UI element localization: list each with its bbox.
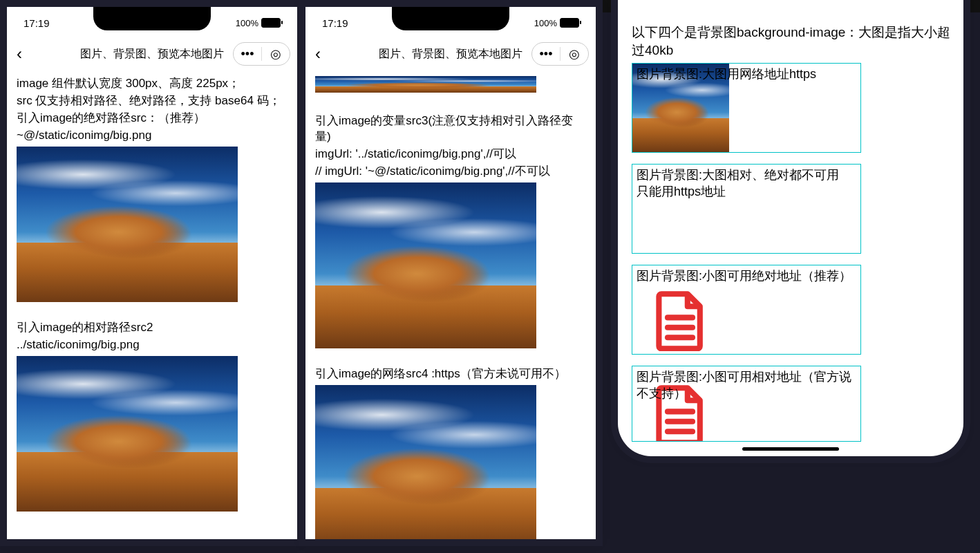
bg-box-small-relative: 图片背景图:小图可用相对地址（官方说不支持） xyxy=(632,366,861,442)
text-line: 引入image的变量src3(注意仅支持相对引入路径变量) xyxy=(315,113,586,145)
document-icon xyxy=(649,289,711,351)
device-notch xyxy=(93,7,211,30)
phone-preview-1: 17:19 100% ‹ 图片、背景图、预览本地图片 ••• ◎ image 组… xyxy=(7,7,297,539)
demo-image-network xyxy=(315,385,536,539)
text-line: src 仅支持相对路径、绝对路径，支持 base64 码； xyxy=(17,93,288,109)
phone-preview-3: 以下四个是背景图background-image：大图是指大小超过40kb 图片… xyxy=(618,0,963,456)
nav-bar: ‹ 图片、背景图、预览本地图片 ••• ◎ xyxy=(7,39,297,69)
close-target-icon[interactable]: ◎ xyxy=(560,46,588,62)
device-notch xyxy=(392,7,509,30)
bg-box-label: 图片背景图:大图相对、绝对都不可用 只能用https地址 xyxy=(632,165,860,200)
page-content: 以下四个是背景图background-image：大图是指大小超过40kb 图片… xyxy=(618,0,963,456)
page-content: image 组件默认宽度 300px、高度 225px； src 仅支持相对路径… xyxy=(7,69,297,539)
status-time: 17:19 xyxy=(23,17,50,29)
bg-box-label: 图片背景图:小图可用绝对地址（推荐） xyxy=(632,265,860,284)
bg-box-large-local: 图片背景图:大图相对、绝对都不可用 只能用https地址 xyxy=(632,164,861,254)
back-icon[interactable]: ‹ xyxy=(315,46,321,62)
bg-box-label: 图片背景图:大图用网络地址https xyxy=(632,64,860,82)
demo-image-absolute xyxy=(17,147,238,302)
status-battery-pct: 100% xyxy=(236,18,258,28)
demo-image-variable xyxy=(315,182,536,348)
close-target-icon[interactable]: ◎ xyxy=(262,46,290,62)
battery-icon xyxy=(560,18,579,28)
more-icon[interactable]: ••• xyxy=(532,47,560,62)
bg-box-label-line: 图片背景图:大图相对、绝对都不可用 xyxy=(637,168,839,182)
bg-box-large-https: 图片背景图:大图用网络地址https xyxy=(632,63,861,153)
battery-icon xyxy=(261,18,281,28)
bg-intro-text: 以下四个是背景图background-image：大图是指大小超过40kb xyxy=(632,24,957,59)
demo-image-relative xyxy=(17,356,238,512)
miniapp-capsule: ••• ◎ xyxy=(233,42,290,66)
bg-box-small-absolute: 图片背景图:小图可用绝对地址（推荐） xyxy=(632,265,861,355)
back-icon[interactable]: ‹ xyxy=(17,46,22,62)
page-title: 图片、背景图、预览本地图片 xyxy=(379,47,522,62)
text-line: imgUrl: '../static/iconimg/big.png',//可以 xyxy=(315,147,586,162)
nav-bar: ‹ 图片、背景图、预览本地图片 ••• ◎ xyxy=(305,39,596,69)
bg-box-label-line: 只能用https地址 xyxy=(637,185,726,198)
text-line: ~@/static/iconimg/big.png xyxy=(17,128,288,144)
phone-preview-2: 17:19 100% ‹ 图片、背景图、预览本地图片 ••• ◎ 引入image… xyxy=(305,7,596,539)
text-line: 引入image的网络src4 :https（官方未说可用不） xyxy=(315,366,586,382)
text-line: 引入image的相对路径src2 xyxy=(17,320,288,336)
text-line: 引入image的绝对路径src：（推荐） xyxy=(17,111,288,126)
demo-image-strip xyxy=(315,76,536,93)
text-line: // imgUrl: '~@/static/iconimg/big.png',/… xyxy=(315,164,586,180)
status-battery-pct: 100% xyxy=(534,18,557,28)
status-time: 17:19 xyxy=(322,17,348,29)
more-icon[interactable]: ••• xyxy=(234,47,261,62)
bg-box-label: 图片背景图:小图可用相对地址（官方说不支持） xyxy=(632,366,860,402)
home-indicator xyxy=(742,447,839,451)
text-line: image 组件默认宽度 300px、高度 225px； xyxy=(17,76,288,92)
text-line: ../static/iconimg/big.png xyxy=(17,337,288,353)
page-content: 引入image的变量src3(注意仅支持相对引入路径变量) imgUrl: '.… xyxy=(305,69,596,539)
miniapp-capsule: ••• ◎ xyxy=(531,42,589,66)
page-title: 图片、背景图、预览本地图片 xyxy=(80,47,224,62)
